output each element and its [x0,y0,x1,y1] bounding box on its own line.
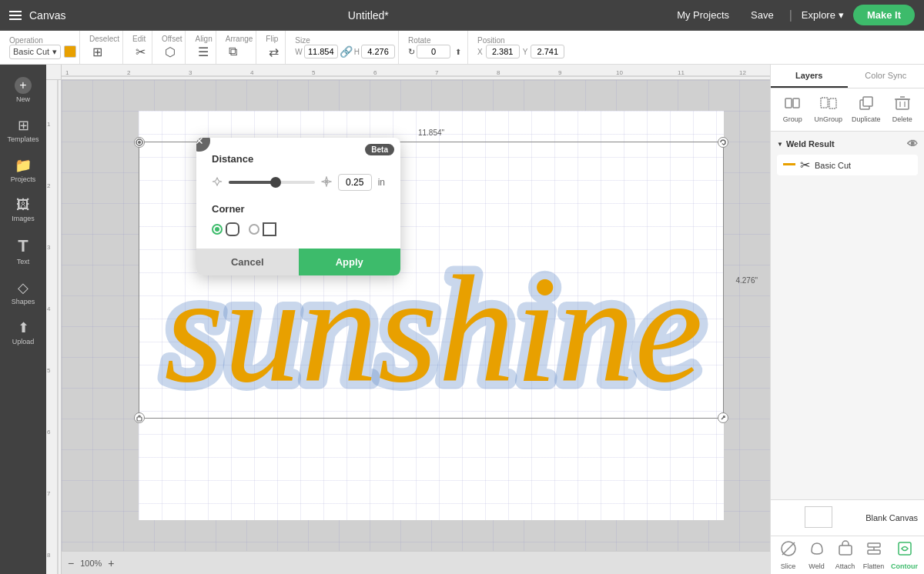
handle-bottom-right[interactable] [718,412,728,423]
sidebar-item-new[interactable]: + New [0,71,46,109]
contour-button[interactable]: Contour [888,536,921,574]
attach-button[interactable]: Attach [831,536,859,574]
sidebar-item-templates[interactable]: ⊞ Templates [0,111,46,149]
chevron-icon: ▾ [52,47,57,57]
tab-color-sync[interactable]: Color Sync [848,65,925,88]
flatten-icon [865,540,882,561]
layers-section: ▼ Weld Result 👁 ✂ Basic Cut [771,132,924,182]
main-area: + New ⊞ Templates 📁 Projects 🖼 Images T … [0,65,924,574]
flip-button[interactable]: ⇄ [266,43,282,61]
tab-layers[interactable]: Layers [771,65,848,88]
hamburger-menu[interactable] [9,11,22,20]
sidebar-item-label-text: Text [17,258,30,265]
make-it-button[interactable]: Make It [853,5,915,25]
radio-square[interactable] [249,224,259,235]
panel-tabs: Layers Color Sync [771,65,924,88]
topbar-divider: | [789,8,792,22]
projects-icon: 📁 [15,157,32,174]
cancel-button[interactable]: Cancel [196,249,299,275]
sidebar-item-projects[interactable]: 📁 Projects [0,151,46,189]
weld-button[interactable]: Weld [802,536,831,574]
edit-button[interactable]: ✂ [132,43,149,61]
corner-label: Corner [212,203,385,215]
slider-thumb[interactable] [270,177,281,188]
h-label: H [354,48,360,56]
handle-top-right[interactable] [718,137,728,148]
svg-text:8: 8 [497,69,500,76]
offset-button[interactable]: ⬡ [162,43,179,61]
zoom-in-button[interactable]: + [108,557,114,569]
scissors-icon: ✂ [800,158,810,172]
align-row: Align ☰ [195,35,212,61]
apply-button[interactable]: Apply [299,249,401,275]
topbar-center: Untitled* [65,9,671,22]
color-swatch[interactable] [64,45,76,58]
corner-option-square[interactable] [249,222,276,236]
templates-icon: ⊞ [18,117,29,134]
align-button[interactable]: ☰ [195,43,212,61]
deselect-button[interactable]: ⊞ [89,43,105,61]
size-group: Size W 🔗 H [292,31,399,64]
slice-label: Slice [781,562,796,570]
rotate-input[interactable] [417,45,450,58]
layer-dash [783,163,795,165]
explore-label: Explore [802,9,835,21]
svg-rect-38 [896,99,909,109]
height-dimension: 4.276" [735,276,758,285]
slice-button[interactable]: Slice [774,536,802,574]
ruler-left-svg: 1 2 3 4 5 6 7 8 9 [46,80,62,574]
sidebar-item-shapes[interactable]: ◇ Shapes [0,273,46,312]
svg-text:1: 1 [47,121,51,128]
flatten-button[interactable]: Flatten [859,536,888,574]
new-icon: + [15,77,32,94]
handle-top-left[interactable] [134,137,145,148]
ruler-top: 1 2 3 4 5 6 7 8 9 10 11 12 [62,65,770,80]
height-input[interactable] [361,45,395,58]
width-input[interactable] [304,45,338,58]
sidebar-item-upload[interactable]: ⬆ Upload [0,313,46,352]
sidebar-item-text[interactable]: T Text [0,230,46,272]
group-button[interactable]: Group [777,93,808,126]
save-button[interactable]: Save [745,6,780,24]
svg-text:6: 6 [47,429,51,436]
ruler-top-svg: 1 2 3 4 5 6 7 8 9 10 11 12 [62,65,770,80]
svg-text:6: 6 [373,69,377,76]
visibility-icon[interactable]: 👁 [907,138,918,150]
delete-label: Delete [892,115,912,123]
delete-button[interactable]: Delete [887,93,918,126]
topbar: Canvas Untitled* My Projects Save | Expl… [0,0,924,31]
sidebar-item-images[interactable]: 🖼 Images [0,191,46,229]
operation-select[interactable]: Basic Cut ▾ [9,45,76,59]
y-input[interactable] [531,45,564,58]
corner-option-rounded[interactable] [212,222,239,236]
svg-line-44 [782,542,795,555]
slider-track[interactable] [229,181,315,184]
canvas-background: 11.854" 4.276" su [62,80,770,551]
operation-dropdown[interactable]: Basic Cut ▾ [9,45,61,59]
scroll-bar-bottom: − 100% + [62,551,770,574]
offset-row: Offset ⬡ [162,35,182,61]
my-projects-button[interactable]: My Projects [671,6,735,24]
attach-icon [837,540,854,561]
duplicate-button[interactable]: Duplicate [849,93,884,126]
lock-handle-icon [136,138,143,146]
svg-rect-26 [137,417,142,421]
x-input[interactable] [486,45,520,58]
svg-text:1: 1 [65,69,69,76]
ungroup-button[interactable]: UnGroup [811,93,845,126]
handle-bottom-left[interactable] [134,412,145,423]
canvas-area[interactable]: 1 2 3 4 5 6 7 8 9 10 11 12 1 2 3 [46,65,770,574]
zoom-out-button[interactable]: − [68,557,74,569]
explore-button[interactable]: Explore ▾ [802,9,844,21]
radio-rounded[interactable] [212,224,223,235]
distance-value-input[interactable] [338,174,372,191]
align-label: Align [195,35,212,43]
rotate-stepper[interactable]: ⬆ [452,46,464,58]
arrange-button[interactable]: ⧉ [226,43,240,60]
operation-value: Basic Cut [13,47,49,56]
canvas-label: Canvas [29,9,65,22]
expand-arrow-icon[interactable]: ▼ [777,141,783,148]
slice-icon [780,540,797,561]
chevron-down-icon: ▾ [839,9,844,21]
layer-item[interactable]: ✂ Basic Cut [777,155,918,175]
